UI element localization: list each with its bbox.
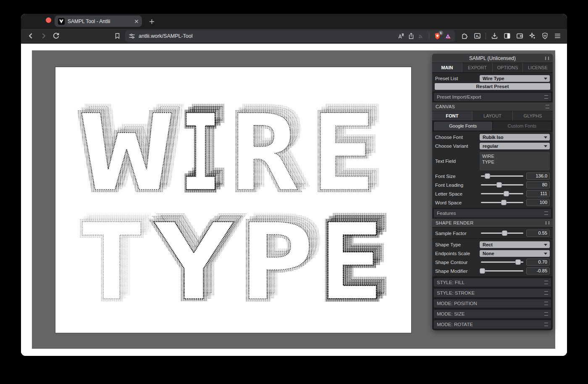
drawing-canvas[interactable]: WWWWWWIIIIIIRRRRRREEEEEETTTTTTYYYYYYPPPP… xyxy=(55,67,412,333)
font-size-slider[interactable] xyxy=(480,172,526,180)
sample-factor-value[interactable]: 0.55 xyxy=(526,230,550,237)
tab-options[interactable]: OPTIONS xyxy=(492,63,522,72)
svg-text:E: E xyxy=(319,201,383,324)
canvas-artwork: WWWWWWIIIIIIRRRRRREEEEEETTTTTTYYYYYYPPPP… xyxy=(55,67,411,333)
expand-icon xyxy=(544,212,548,215)
letter-space-value[interactable]: 111 xyxy=(526,190,550,197)
urlbar-separator xyxy=(429,33,429,39)
wallet-icon[interactable] xyxy=(514,31,525,42)
choose-font-dropdown[interactable]: Rubik Iso xyxy=(480,134,550,141)
font-leading-label: Font Leading xyxy=(435,183,480,188)
font-size-label: Font Size xyxy=(435,174,480,179)
back-button[interactable] xyxy=(25,31,36,42)
collapse-icon[interactable] xyxy=(545,57,549,60)
site-settings-icon[interactable] xyxy=(129,33,135,39)
brave-shield-icon[interactable]: 1 xyxy=(434,32,441,40)
extensions-icon[interactable] xyxy=(459,31,470,42)
panel-header[interactable]: SAMPL (Unlicensed) xyxy=(432,54,553,63)
font-leading-value[interactable]: 80 xyxy=(526,181,550,188)
shape-type-label: Shape Type xyxy=(435,242,480,247)
toolbar-separator xyxy=(486,33,486,39)
tab-font[interactable]: FONT xyxy=(432,111,472,120)
download-icon[interactable] xyxy=(489,31,500,42)
word-space-value[interactable]: 100 xyxy=(526,199,550,206)
url-bar[interactable]: antlii.work/SAMPL-Tool xyxy=(125,30,455,42)
page-content: WWWWWWIIIIIIRRRRRREEEEEETTTTTTYYYYYYPPPP… xyxy=(21,44,567,356)
shape-modifier-label: Shape Modifier xyxy=(435,269,480,274)
font-size-value[interactable]: 136.0 xyxy=(526,172,550,180)
shape-type-dropdown[interactable]: Rect xyxy=(480,241,550,248)
svg-text:T: T xyxy=(77,201,146,324)
expand-icon xyxy=(544,302,548,305)
browser-tab[interactable]: SAMPL Tool - Antlii xyxy=(55,16,142,27)
svg-text:Y: Y xyxy=(153,201,234,324)
mode-rotate-bar[interactable]: MODE: ROTATE xyxy=(434,320,551,329)
mode-size-bar[interactable]: MODE: SIZE xyxy=(434,310,551,318)
panel-tabs: MAIN EXPORT OPTIONS LICENSE xyxy=(432,63,553,72)
sample-factor-slider[interactable] xyxy=(480,229,526,238)
sidebar-icon[interactable] xyxy=(501,31,512,42)
google-fonts-button[interactable]: Google Fonts xyxy=(434,122,492,131)
expand-icon xyxy=(544,95,548,99)
preset-list-label: Preset List xyxy=(435,76,480,81)
expand-icon xyxy=(544,323,548,326)
expand-icon xyxy=(546,105,549,108)
app-workspace: WWWWWWIIIIIIRRRRRREEEEEETTTTTTYYYYYYPPPP… xyxy=(32,50,555,349)
tab-layout[interactable]: LAYOUT xyxy=(472,111,512,120)
shape-modifier-value[interactable]: -0.85 xyxy=(526,267,550,274)
mode-position-bar[interactable]: MODE: POSITION xyxy=(434,299,551,308)
rss-icon[interactable] xyxy=(418,33,424,39)
new-tab-button[interactable] xyxy=(146,16,157,27)
preset-import-export-bar[interactable]: Preset Import/Export xyxy=(434,93,551,101)
menu-icon[interactable] xyxy=(552,31,563,42)
shape-render-header[interactable]: SHAPE RENDER xyxy=(432,219,553,227)
restart-preset-button[interactable]: Restart Preset xyxy=(435,83,550,90)
tab-license[interactable]: LICENSE xyxy=(522,63,553,72)
tab-main[interactable]: MAIN xyxy=(432,63,462,72)
shape-modifier-slider[interactable] xyxy=(480,266,526,275)
traffic-light-close[interactable] xyxy=(46,18,51,23)
features-bar[interactable]: Features xyxy=(434,209,551,217)
vpn-shield-icon[interactable] xyxy=(539,31,550,42)
preset-list-dropdown[interactable]: Wire Type xyxy=(480,75,550,82)
leo-ai-icon[interactable] xyxy=(527,31,538,42)
tab-close-icon[interactable] xyxy=(134,19,139,24)
translate-icon[interactable] xyxy=(398,33,404,39)
expand-icon xyxy=(544,281,548,284)
reader-search-icon[interactable]: a xyxy=(472,31,483,42)
shape-contour-value[interactable]: 0.70 xyxy=(526,259,550,266)
endpoints-scale-dropdown[interactable]: None xyxy=(480,250,550,257)
browser-toolbar: antlii.work/SAMPL-Tool xyxy=(21,29,567,44)
sampl-panel: SAMPL (Unlicensed) MAIN EXPORT OPTIONS L… xyxy=(432,54,553,330)
canvas-section-header[interactable]: CANVAS xyxy=(432,102,553,111)
font-tabs: FONT LAYOUT GLYPHS xyxy=(432,111,553,120)
shield-badge: 1 xyxy=(438,31,443,35)
browser-window: SAMPL Tool - Antlii xyxy=(21,14,567,356)
shape-contour-slider[interactable] xyxy=(480,258,526,266)
choose-font-label: Choose Font xyxy=(435,135,480,140)
collapse-icon[interactable] xyxy=(546,221,549,225)
bookmark-icon[interactable] xyxy=(112,31,123,42)
brave-rewards-icon[interactable] xyxy=(444,33,452,39)
font-leading-slider[interactable] xyxy=(480,180,526,189)
text-field-input[interactable]: WIRE TYPE xyxy=(480,152,550,170)
browser-titlebar: SAMPL Tool - Antlii xyxy=(21,14,567,29)
reload-button[interactable] xyxy=(50,31,61,42)
share-icon[interactable] xyxy=(408,33,415,39)
letter-space-slider[interactable] xyxy=(480,189,526,198)
text-field-label: Text Field xyxy=(435,159,480,164)
endpoints-scale-label: Endpoints Scale xyxy=(435,251,480,256)
word-space-slider[interactable] xyxy=(480,198,526,207)
svg-text:a: a xyxy=(476,34,478,38)
choose-variant-dropdown[interactable]: regular xyxy=(480,143,550,149)
style-stroke-bar[interactable]: STYLE: STROKE xyxy=(434,289,551,297)
style-fill-bar[interactable]: STYLE: FILL xyxy=(434,278,551,287)
custom-fonts-button[interactable]: Custom Fonts xyxy=(493,122,551,131)
tab-glyphs[interactable]: GLYPHS xyxy=(512,111,553,120)
expand-icon xyxy=(544,312,548,316)
word-space-label: Word Space xyxy=(435,200,480,205)
tab-export[interactable]: EXPORT xyxy=(462,63,492,72)
sample-factor-label: Sample Factor xyxy=(435,231,480,236)
forward-button[interactable] xyxy=(38,31,49,42)
url-text[interactable]: antlii.work/SAMPL-Tool xyxy=(139,33,398,39)
